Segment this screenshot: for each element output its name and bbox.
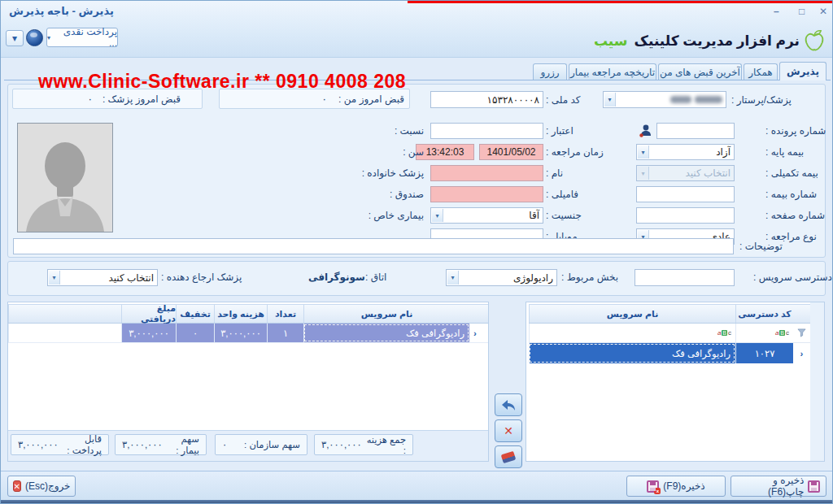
clear-services-button[interactable] xyxy=(495,445,522,468)
supplementary-insurance-select[interactable]: ▾ انتخاب کنید xyxy=(636,165,735,181)
tab-reserve[interactable]: رزرو xyxy=(533,63,567,80)
watermark-text: www.Clinic-Software.ir ** 0910 4008 208 xyxy=(38,71,406,93)
quantity-header[interactable]: تعداد xyxy=(267,305,303,323)
org-share-box: سهم سازمان : ۰ xyxy=(215,434,307,455)
help-icon[interactable] xyxy=(26,29,43,46)
supplementary-insurance-label: بیمه تکمیلی : xyxy=(765,167,818,179)
selected-services-header: مبلغ دریافتی تخفیف هزینه واحد تعداد نام … xyxy=(8,304,488,324)
service-name-filter-cell[interactable]: aBc xyxy=(529,324,735,342)
received-amount-cell[interactable]: ۳,۰۰۰,۰۰۰ xyxy=(121,324,176,342)
chevron-down-icon: ▾ xyxy=(12,33,17,44)
catalog-service-name-cell[interactable]: رادیوگرافی فک xyxy=(529,343,735,363)
catalog-access-code-cell[interactable]: ۱۰۲۷ xyxy=(735,343,793,363)
tab-reception[interactable]: پذیرش xyxy=(779,62,826,80)
patient-search-icon[interactable] xyxy=(639,124,652,138)
catalog-filter-row[interactable]: aBc aBc xyxy=(529,324,810,343)
save-button[interactable]: ذخیره(F9) x xyxy=(626,476,726,497)
discount-cell[interactable]: ۰ xyxy=(176,324,214,342)
chevron-down-icon: ▾ xyxy=(447,271,459,285)
add-service-button[interactable] xyxy=(495,393,522,416)
remove-service-button[interactable]: ✕ xyxy=(495,419,522,442)
close-icon[interactable]: ✕ xyxy=(819,6,827,17)
insurance-number-label: شماره بیمه : xyxy=(765,189,817,200)
exit-button[interactable]: خروج(Esc) ✕ xyxy=(7,476,76,497)
patient-photo xyxy=(17,123,113,232)
special-disease-label: بیماری خاص : xyxy=(369,210,424,221)
room-value: سونوگرافی xyxy=(308,272,365,283)
visit-date-field[interactable]: 1401/05/02 xyxy=(479,144,543,160)
room-label: اتاق : xyxy=(365,272,386,283)
file-number-label: شماره پرونده : xyxy=(765,125,826,137)
patient-share-label: سهم بیمار : xyxy=(163,433,199,456)
catalog-service-name-header[interactable]: نام سرویس xyxy=(529,305,735,323)
patient-share-value: ۳,۰۰۰,۰۰۰ xyxy=(122,439,163,450)
filler-cell xyxy=(8,324,121,342)
logo-text: نرم افزار مدیریت کلینیک xyxy=(635,33,800,50)
maximize-icon[interactable]: □ xyxy=(799,6,805,17)
row-indicator-header xyxy=(469,305,481,323)
discount-header[interactable]: تخفیف xyxy=(176,305,214,323)
filter-funnel-cell[interactable] xyxy=(793,324,810,342)
base-insurance-select[interactable]: ▾ آزاد xyxy=(636,144,735,160)
tab-colleague[interactable]: همکار xyxy=(744,63,778,80)
abc-filter-icon: aBc xyxy=(775,330,789,337)
gender-select[interactable]: ▾ آقا xyxy=(430,207,543,224)
chevron-down-icon: ▾ xyxy=(432,209,443,222)
notes-field[interactable] xyxy=(13,238,734,254)
payable-label: قابل پرداخت : xyxy=(59,433,102,456)
service-name-header[interactable]: نام سرویس xyxy=(303,305,469,323)
national-code-field[interactable]: ۱۵۳۲۸۰۰۰۰۸ xyxy=(430,91,543,108)
tab-patient-visit-history[interactable]: تاریخچه مراجعه بیمار xyxy=(569,63,656,80)
eraser-icon xyxy=(501,450,517,463)
page-number-field[interactable] xyxy=(636,207,735,224)
credit-label: اعتبار : xyxy=(546,125,574,137)
received-amount-header[interactable]: مبلغ دریافتی xyxy=(121,305,176,323)
national-code-label: کد ملی : xyxy=(546,94,580,106)
related-section-select[interactable]: ▾ رادیولوژی xyxy=(446,269,557,286)
insurance-number-field[interactable] xyxy=(636,186,735,202)
credit-field[interactable] xyxy=(430,123,543,139)
tab-my-recent-receipts[interactable]: آخرین قبض های من xyxy=(658,63,742,80)
window-title: پذیرش - باجه پذیرش xyxy=(9,5,114,17)
referrer-doctor-select[interactable]: ▾ انتخاب کنید xyxy=(47,269,158,286)
visit-time-label: زمان مراجعه : xyxy=(546,146,604,158)
service-access-code-field[interactable] xyxy=(635,269,735,286)
abc-filter-icon: aBc xyxy=(717,330,731,337)
doctor-receipt-value: ۰ xyxy=(87,93,92,105)
logo-brand: سیب xyxy=(594,33,628,50)
visit-clock-field[interactable]: 13:42:03 xyxy=(416,144,474,160)
save-label: ذخیره(F9) xyxy=(663,480,704,492)
toolbar-overflow-button[interactable]: ▾ xyxy=(6,30,24,46)
blurred-doctor-name xyxy=(670,96,691,103)
referrer-doctor-label: پزشک ارجاع دهنده : xyxy=(161,272,242,283)
doctor-nurse-label: پزشک/پرستار : xyxy=(731,94,792,106)
file-number-field[interactable] xyxy=(656,123,735,139)
red-badge-icon: x xyxy=(654,488,661,494)
back-arrow-icon xyxy=(500,398,517,411)
first-name-field[interactable] xyxy=(430,165,543,181)
my-receipt-label: قبض امروز من : xyxy=(338,93,404,105)
first-name-label: نام : xyxy=(546,167,563,179)
payment-method-button[interactable]: پرداخت نقدی ... ▾ xyxy=(46,28,118,47)
row-indicator-arrow: ‹ xyxy=(469,324,481,342)
page-number-label: شماره صفحه : xyxy=(765,210,825,221)
quantity-cell[interactable]: ۱ xyxy=(267,324,303,342)
doctor-nurse-select[interactable]: ▾ xyxy=(603,91,726,108)
chevron-down-icon: ▾ xyxy=(47,34,50,41)
service-access-code-label: کد دسترسی سرویس : xyxy=(753,272,833,283)
minimize-icon[interactable]: – xyxy=(774,6,779,17)
patient-share-box: سهم بیمار : ۳,۰۰۰,۰۰۰ xyxy=(115,434,207,455)
unit-cost-cell[interactable]: ۳,۰۰۰,۰۰۰ xyxy=(214,324,267,342)
selected-service-row[interactable]: ۳,۰۰۰,۰۰۰ ۰ ۳,۰۰۰,۰۰۰ ۱ رادیوگرافی فک ‹ xyxy=(8,324,488,343)
base-insurance-label: بیمه پایه : xyxy=(765,146,804,158)
unit-cost-header[interactable]: هزینه واحد xyxy=(214,305,267,323)
service-name-cell[interactable]: رادیوگرافی فک xyxy=(303,324,469,342)
catalog-access-code-header[interactable]: کد دسترسی xyxy=(735,305,793,323)
payment-method-label: پرداخت نقدی ... xyxy=(54,26,117,49)
access-code-filter-cell[interactable]: aBc xyxy=(735,324,793,342)
catalog-selected-row[interactable]: رادیوگرافی فک ۱۰۲۷ ‹ xyxy=(529,343,810,363)
family-name-field[interactable] xyxy=(430,186,543,202)
save-and-print-button[interactable]: ذخیره و چاپ(F6) xyxy=(731,476,826,497)
blurred-doctor-name xyxy=(695,96,722,103)
my-receipt-value: ۰ xyxy=(322,93,327,105)
